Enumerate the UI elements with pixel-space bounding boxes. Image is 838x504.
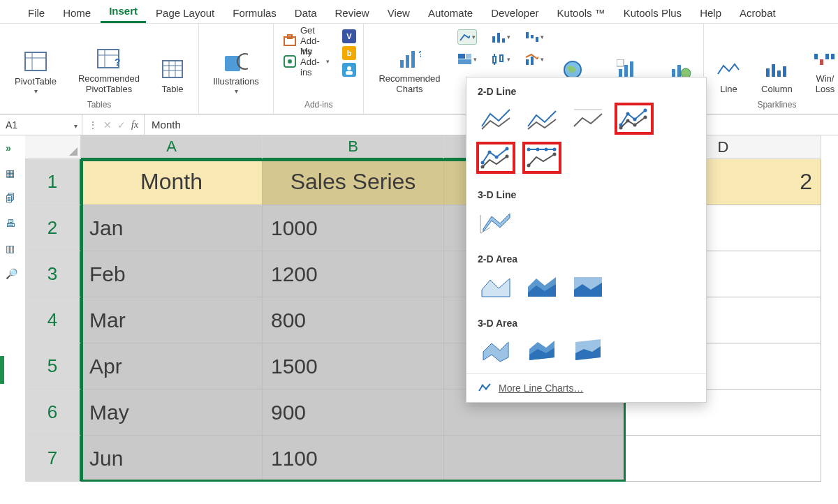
chart-100-stacked-line-markers[interactable] (522, 142, 561, 174)
cell-A6[interactable]: May (81, 390, 263, 436)
flyout-section-2d-area: 2-D Area (466, 245, 706, 270)
chart-stacked-area[interactable] (522, 270, 561, 302)
svg-point-66 (626, 119, 630, 123)
cell-C7[interactable] (444, 436, 626, 482)
cell-B6[interactable]: 900 (263, 390, 444, 436)
recommended-pivottables-button[interactable]: ? Recommended PivotTables (74, 28, 144, 95)
autotext-icon[interactable]: 🗐 (6, 193, 20, 205)
tab-formulas[interactable]: Formulas (224, 4, 285, 23)
left-pane: » ▦ 🗐 🖶 ▥ 🔎 (0, 135, 25, 281)
svg-rect-41 (536, 37, 538, 42)
enter-icon[interactable]: ✓ (117, 119, 126, 131)
insert-statistic-chart-button[interactable] (491, 52, 510, 67)
cell-A5[interactable]: Apr (81, 343, 263, 390)
tab-home[interactable]: Home (54, 4, 99, 23)
workbook-icon[interactable]: ▦ (6, 168, 20, 180)
sparkline-line-button[interactable]: Line (711, 28, 746, 95)
chart-100-stacked-line[interactable] (568, 103, 608, 135)
group-illustrations: Illustrations ▾ (199, 24, 274, 114)
chart-3d-area[interactable] (476, 334, 515, 366)
svg-rect-52 (766, 68, 770, 77)
row-header-5[interactable]: 5 (25, 343, 81, 390)
row-header-6[interactable]: 6 (25, 390, 81, 436)
sparkline-winloss-button[interactable]: Win/ Loss (807, 28, 838, 95)
cell-A1[interactable]: Month (81, 159, 263, 205)
row-header-7[interactable]: 7 (25, 436, 81, 482)
rows: 1 Month Sales Series 2 2 Jan 1000 3 Feb … (25, 159, 838, 482)
column-header-A[interactable]: A (81, 135, 263, 159)
tab-developer[interactable]: Developer (483, 4, 547, 23)
chart-3d-stacked-area[interactable] (522, 334, 561, 366)
row-header-1[interactable]: 1 (25, 159, 81, 205)
tab-insert[interactable]: Insert (101, 2, 146, 23)
cancel-icon[interactable]: ✕ (103, 119, 112, 131)
visio-icon[interactable]: V (342, 29, 356, 43)
table-button[interactable]: Table (154, 28, 191, 95)
cell-B4[interactable]: 800 (263, 297, 444, 343)
select-all-corner[interactable] (25, 135, 81, 159)
chart-area[interactable] (476, 270, 515, 302)
cell-A2[interactable]: Jan (81, 205, 263, 251)
more-line-charts[interactable]: More Line Charts… (466, 373, 706, 402)
tab-kutools[interactable]: Kutools ™ (549, 4, 614, 23)
cell-B5[interactable]: 1500 (263, 343, 444, 390)
expand-pane-icon[interactable]: » (6, 142, 20, 155)
print-icon[interactable]: 🖶 (6, 218, 20, 230)
svg-point-81 (553, 153, 557, 156)
row-header-4[interactable]: 4 (25, 297, 81, 343)
column-list-icon[interactable]: ▥ (6, 243, 20, 255)
chart-line-markers[interactable] (615, 103, 654, 135)
row-header-2[interactable]: 2 (25, 205, 81, 251)
tab-page-layout[interactable]: Page Layout (147, 4, 223, 23)
chart-3d-100-stacked-area[interactable] (568, 334, 608, 366)
chart-line[interactable] (476, 103, 515, 135)
column-header-B[interactable]: B (263, 135, 444, 159)
tab-kutools-plus[interactable]: Kutools Plus (615, 4, 690, 23)
name-box[interactable]: A1 (0, 114, 82, 135)
fx-icon[interactable]: fx (131, 119, 138, 131)
chart-stacked-line[interactable] (522, 103, 561, 135)
tab-view[interactable]: View (379, 4, 418, 23)
cell-A4[interactable]: Mar (81, 297, 263, 343)
insert-waterfall-chart-button[interactable] (524, 29, 544, 45)
tab-automate[interactable]: Automate (420, 4, 481, 23)
cell-B2[interactable]: 1000 (263, 205, 444, 251)
insert-column-chart-button[interactable] (491, 29, 510, 45)
tab-data[interactable]: Data (286, 4, 325, 23)
sparkline-winloss-icon (813, 47, 837, 71)
cell-D7[interactable] (626, 436, 821, 482)
tab-review[interactable]: Review (327, 4, 378, 23)
cell-B1[interactable]: Sales Series (263, 159, 444, 205)
bing-icon[interactable]: b (342, 46, 356, 60)
chart-stacked-line-markers[interactable] (476, 142, 515, 174)
sparkline-column-button[interactable]: Column (756, 28, 797, 95)
insert-line-chart-button[interactable] (457, 29, 477, 45)
pivottable-button[interactable]: PivotTable ▾ (7, 28, 64, 95)
illustrations-button[interactable]: Illustrations ▾ (206, 28, 266, 95)
cell-B7[interactable]: 1100 (263, 436, 444, 482)
insert-combo-chart-button[interactable] (524, 52, 544, 67)
pane-handle[interactable] (0, 356, 4, 384)
chart-100-stacked-area[interactable] (568, 270, 608, 302)
find-icon[interactable]: 🔎 (6, 268, 20, 281)
cell-B3[interactable]: 1200 (263, 251, 444, 297)
svg-point-68 (644, 116, 647, 119)
recommended-charts-button[interactable]: ? Recommended Charts (371, 28, 448, 95)
tab-help[interactable]: Help (691, 4, 730, 23)
svg-point-78 (545, 148, 548, 151)
row-header-3[interactable]: 3 (25, 251, 81, 297)
recommended-charts-icon: ? (397, 47, 421, 71)
insert-hierarchy-chart-button[interactable] (457, 52, 477, 67)
tab-acrobat[interactable]: Acrobat (731, 4, 784, 23)
cell-A7[interactable]: Jun (81, 436, 263, 482)
illustrations-icon (224, 50, 248, 74)
svg-rect-38 (500, 55, 503, 61)
chart-3d-line[interactable] (476, 206, 515, 238)
svg-point-95 (481, 384, 483, 386)
people-icon[interactable] (342, 63, 356, 77)
cell-A3[interactable]: Feb (81, 251, 263, 297)
sparkline-column-icon (765, 58, 788, 82)
my-addins-button[interactable]: My Add-ins ▾ (281, 53, 332, 70)
tab-file[interactable]: File (20, 4, 53, 23)
svg-point-74 (506, 155, 509, 158)
